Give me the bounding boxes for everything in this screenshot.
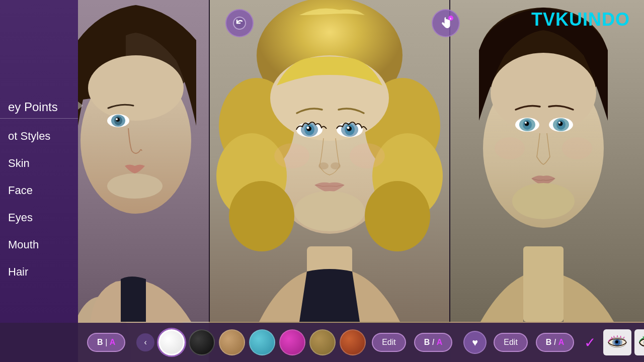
svg-point-35 — [331, 162, 341, 169]
svg-point-55 — [495, 137, 525, 159]
panel-divider-left — [209, 0, 210, 322]
center-bia-button[interactable]: B I A — [414, 333, 452, 352]
svg-point-22 — [365, 181, 430, 251]
left-bia-button[interactable]: B | A — [87, 333, 125, 352]
svg-point-12 — [107, 173, 163, 199]
panel-divider-right — [449, 0, 450, 322]
svg-point-33 — [347, 127, 350, 129]
sidebar-item-hair[interactable]: Hair — [0, 258, 78, 286]
color-swatch-teal[interactable] — [249, 329, 275, 355]
sidebar-arrow — [78, 102, 83, 110]
right-edit-button[interactable]: Edit — [494, 333, 528, 352]
svg-point-56 — [562, 137, 592, 159]
undo-icon-button[interactable] — [225, 9, 254, 37]
checkmark-button[interactable]: ✓ — [584, 334, 596, 351]
center-edit-button[interactable]: Edit — [372, 333, 406, 352]
svg-point-6 — [88, 55, 184, 121]
face-panel-right — [450, 0, 644, 362]
svg-point-11 — [116, 118, 118, 120]
hand-cursor-button[interactable]: + — [432, 9, 460, 37]
eye-style-2[interactable] — [634, 329, 644, 355]
face-panel-center — [209, 0, 450, 362]
color-swatch-auburn[interactable] — [340, 329, 366, 355]
sidebar-item-eyes[interactable]: Eyes — [0, 204, 78, 231]
color-swatch-white[interactable] — [158, 329, 185, 355]
svg-rect-40 — [523, 246, 564, 322]
heart-button[interactable]: ♥ — [463, 331, 487, 354]
color-swatch-black[interactable] — [189, 329, 215, 355]
color-swatch-magenta[interactable] — [279, 329, 305, 355]
svg-point-36 — [294, 191, 365, 231]
right-bia-button[interactable]: B I A — [536, 333, 574, 352]
sidebar-item-skin[interactable]: Skin — [0, 150, 78, 177]
svg-point-63 — [615, 340, 618, 343]
color-swatch-light-brown[interactable] — [219, 329, 245, 355]
svg-point-54 — [512, 183, 575, 219]
svg-point-19 — [229, 181, 294, 251]
sidebar-item-mouth[interactable]: Mouth — [0, 231, 78, 258]
color-swatch-golden-brown[interactable] — [309, 329, 336, 355]
svg-point-34 — [318, 162, 329, 169]
bottom-toolbar: B | A ‹ Edit B I A ♥ — [0, 323, 644, 362]
svg-point-43 — [491, 53, 596, 133]
sidebar-item-hot-styles[interactable]: ot Styles — [0, 123, 78, 150]
svg-point-48 — [525, 122, 527, 124]
sidebar-item-key-points[interactable]: ey Points — [0, 93, 78, 118]
eye-style-1[interactable] — [603, 329, 631, 355]
main-container: + TVKUINDO ey Points ot Styles Skin Face… — [0, 0, 644, 362]
svg-point-38 — [350, 143, 385, 168]
app-logo: TVKUINDO — [531, 9, 630, 30]
svg-point-28 — [307, 127, 309, 129]
sidebar-divider — [0, 118, 78, 119]
sidebar-item-face[interactable]: Face — [0, 177, 78, 204]
scroll-left-button[interactable]: ‹ — [136, 333, 154, 351]
svg-text:+: + — [450, 17, 452, 21]
svg-point-53 — [558, 122, 560, 124]
sidebar: ey Points ot Styles Skin Face Eyes Mouth… — [0, 0, 78, 362]
svg-point-37 — [274, 143, 309, 168]
